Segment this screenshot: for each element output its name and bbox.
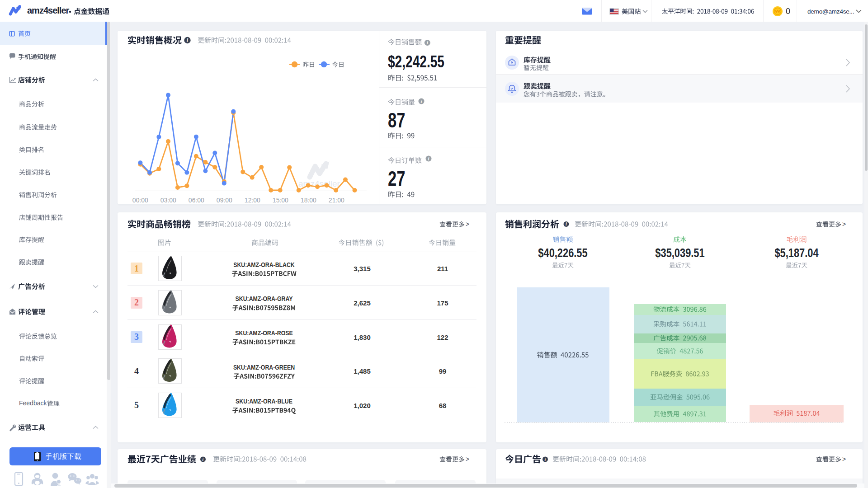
svg-text:i: i [203,457,204,462]
svg-text:i: i [566,221,567,226]
svg-text:i: i [545,457,546,462]
